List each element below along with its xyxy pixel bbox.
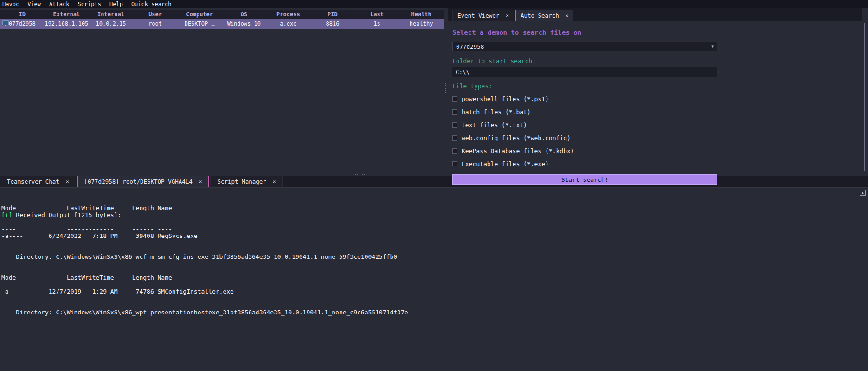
column-header-external[interactable]: External bbox=[45, 10, 89, 19]
top-region: ID External Internal User Computer OS Pr… bbox=[0, 8, 868, 173]
close-icon[interactable]: ✕ bbox=[199, 179, 202, 185]
column-header-user[interactable]: User bbox=[133, 10, 178, 19]
horizontal-splitter[interactable] bbox=[0, 173, 868, 176]
close-icon[interactable]: ✕ bbox=[506, 13, 509, 19]
tab-script-manager[interactable]: Script Manager ✕ bbox=[210, 176, 283, 187]
right-panel-tabbar: Event Viewer ✕ Auto Search ✕ bbox=[448, 8, 862, 21]
menu-item-scripts[interactable]: Scripts bbox=[73, 0, 105, 8]
vertical-splitter[interactable] bbox=[444, 8, 448, 173]
terminal-line bbox=[1, 191, 868, 198]
session-cell-user: root bbox=[133, 19, 178, 29]
checkbox-label: KeePass Database files (*.kdbx) bbox=[462, 147, 574, 154]
column-header-last[interactable]: Last bbox=[355, 10, 399, 19]
filetype-text[interactable]: text files (*.txt) bbox=[452, 122, 862, 128]
terminal-line: -a---- 12/7/2019 1:29 AM 74786 SMConfigI… bbox=[1, 288, 868, 295]
tab-label: Teamserver Chat bbox=[7, 178, 59, 185]
terminal-line bbox=[1, 295, 868, 302]
close-icon[interactable]: ✕ bbox=[566, 13, 569, 19]
terminal-line: Directory: C:\Windows\WinSxS\x86_wpf-pre… bbox=[1, 309, 868, 316]
session-cell-os: Windows 10 bbox=[222, 19, 266, 29]
checkbox-label: powershell files (*.ps1) bbox=[462, 96, 549, 102]
filetype-batch[interactable]: batch files (*.bat) bbox=[452, 109, 862, 115]
menubar: Havoc View Attack Scripts Help Quick sea… bbox=[0, 0, 868, 8]
checkbox-icon[interactable] bbox=[452, 96, 457, 102]
file-types-label: File types: bbox=[452, 83, 862, 90]
terminal-line bbox=[1, 302, 868, 309]
session-table-header: ID External Internal User Computer OS Pr… bbox=[0, 10, 444, 19]
checkbox-icon[interactable] bbox=[452, 148, 457, 154]
tab-auto-search[interactable]: Auto Search ✕ bbox=[515, 10, 573, 21]
column-header-process[interactable]: Process bbox=[266, 10, 311, 19]
terminal-line: Mode LastWriteTime Length Name bbox=[1, 274, 868, 281]
session-cell-last: 1s bbox=[355, 19, 399, 29]
terminal-line bbox=[1, 198, 868, 205]
right-panel-scrollbar[interactable] bbox=[862, 8, 868, 173]
terminal-line: -a---- 6/24/2022 7:18 PM 39408 RegSvcs.e… bbox=[1, 232, 868, 239]
checkbox-icon[interactable] bbox=[452, 161, 457, 166]
checkbox-icon[interactable] bbox=[452, 109, 457, 115]
demon-monitor-icon bbox=[2, 20, 9, 27]
column-header-os[interactable]: OS bbox=[222, 10, 266, 19]
scroll-up-arrow-icon[interactable]: ▲ bbox=[860, 190, 866, 196]
session-row[interactable]: 077d2958 192.168.1.105 10.0.2.15 root DE… bbox=[0, 19, 444, 29]
terminal-line bbox=[1, 267, 868, 274]
menu-item-havoc[interactable]: Havoc bbox=[0, 0, 23, 8]
column-header-health[interactable]: Health bbox=[399, 10, 444, 19]
filetype-webconfig[interactable]: web.config files (*web.config) bbox=[452, 134, 862, 141]
filetype-executable[interactable]: Executable files (*.exe) bbox=[452, 160, 862, 167]
close-icon[interactable]: ✕ bbox=[66, 179, 69, 185]
menu-item-view[interactable]: View bbox=[23, 0, 45, 8]
terminal-line: Mode LastWriteTime Length Name bbox=[1, 205, 868, 211]
demon-select-dropdown[interactable]: 077d2958 ▼ bbox=[452, 42, 717, 51]
tab-label: [077d2958] root/DESKTOP-VGHA4L4 bbox=[84, 178, 193, 185]
chevron-down-icon: ▼ bbox=[711, 45, 714, 49]
terminal-line: Directory: C:\Windows\WinSxS\x86_wcf-m_s… bbox=[1, 253, 868, 260]
terminal-line bbox=[1, 218, 868, 225]
folder-input[interactable] bbox=[452, 67, 717, 77]
vertical-splitter-handle[interactable] bbox=[445, 88, 446, 89]
terminal-line bbox=[1, 260, 868, 267]
terminal-line: ---- ------------- ------ ---- bbox=[1, 225, 868, 232]
terminal-line bbox=[1, 246, 868, 253]
terminal-output[interactable]: ▲ Mode LastWriteTime Length Name[+] Rece… bbox=[0, 187, 868, 371]
column-header-pid[interactable]: PID bbox=[310, 10, 355, 19]
session-cell-process: a.exe bbox=[266, 19, 311, 29]
filetype-keepass[interactable]: KeePass Database files (*.kdbx) bbox=[452, 147, 862, 154]
menu-item-attack[interactable]: Attack bbox=[45, 0, 73, 8]
auto-search-panel: Select a demon to search files on 077d29… bbox=[448, 21, 862, 185]
column-header-computer[interactable]: Computer bbox=[177, 10, 222, 19]
terminal-line bbox=[1, 239, 868, 246]
auto-search-title: Select a demon to search files on bbox=[452, 29, 862, 36]
checkbox-icon[interactable] bbox=[452, 135, 457, 141]
menu-item-quick-search[interactable]: Quick search bbox=[127, 0, 176, 8]
checkbox-label: Executable files (*.exe) bbox=[462, 160, 549, 167]
scrollbar-thumb[interactable] bbox=[864, 23, 865, 171]
tab-label: Event Viewer bbox=[457, 12, 499, 19]
checkbox-label: batch files (*.bat) bbox=[462, 109, 531, 115]
demon-select-value: 077d2958 bbox=[456, 43, 484, 50]
tab-event-viewer[interactable]: Event Viewer ✕ bbox=[452, 10, 514, 21]
sessions-table: ID External Internal User Computer OS Pr… bbox=[0, 8, 444, 173]
filetype-powershell[interactable]: powershell files (*.ps1) bbox=[452, 96, 862, 102]
right-panel: Event Viewer ✕ Auto Search ✕ Select a de… bbox=[448, 8, 868, 173]
terminal-line: [+] Received Output [1215 bytes]: bbox=[1, 211, 868, 218]
session-cell-pid: 8816 bbox=[310, 19, 355, 29]
tab-teamserver-chat[interactable]: Teamserver Chat ✕ bbox=[0, 176, 76, 187]
menu-item-help[interactable]: Help bbox=[105, 0, 127, 8]
column-header-id[interactable]: ID bbox=[0, 10, 45, 19]
checkbox-label: web.config files (*web.config) bbox=[462, 134, 571, 141]
tab-demon-interact[interactable]: [077d2958] root/DESKTOP-VGHA4L4 ✕ bbox=[77, 176, 209, 187]
start-search-button[interactable]: Start search! bbox=[452, 174, 717, 185]
session-cell-external: 192.168.1.105 bbox=[45, 19, 89, 29]
column-header-internal[interactable]: Internal bbox=[89, 10, 133, 19]
tab-label: Script Manager bbox=[217, 178, 266, 185]
checkbox-icon[interactable] bbox=[452, 122, 457, 128]
close-icon[interactable]: ✕ bbox=[273, 179, 276, 185]
session-cell-internal: 10.0.2.15 bbox=[89, 19, 133, 29]
horizontal-splitter-handle[interactable] bbox=[360, 174, 360, 175]
tab-label: Auto Search bbox=[521, 12, 559, 19]
folder-label: Folder to start search: bbox=[452, 58, 862, 64]
session-cell-health: healthy bbox=[399, 19, 444, 29]
terminal-line: ---- ------------- ------ ---- bbox=[1, 281, 868, 288]
checkbox-label: text files (*.txt) bbox=[462, 122, 527, 128]
